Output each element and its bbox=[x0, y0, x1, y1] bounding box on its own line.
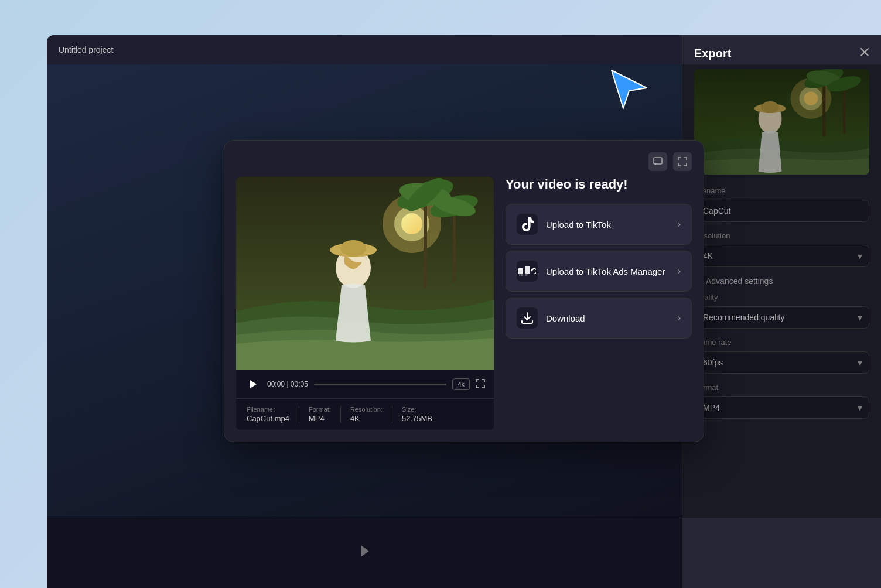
size-value: 52.75MB bbox=[402, 414, 432, 423]
center-area: 00:00 | 00:05 4k bbox=[47, 64, 881, 588]
time-display: 00:00 | 00:05 bbox=[267, 380, 308, 388]
tiktok-ads-arrow-icon: › bbox=[678, 266, 681, 276]
size-label: Size: bbox=[402, 406, 432, 413]
timeline-area bbox=[47, 518, 682, 588]
dialog-overlay: 00:00 | 00:05 4k bbox=[47, 64, 881, 518]
format-label: Format: bbox=[309, 406, 331, 413]
filename-value: CapCut.mp4 bbox=[247, 414, 289, 423]
app-window: Untitled project ⬆ Export ? 🐱 bbox=[47, 35, 881, 588]
file-info-format: Format: MP4 bbox=[299, 406, 341, 423]
tiktok-upload-item[interactable]: Upload to TikTok › bbox=[506, 204, 692, 245]
project-title: Untitled project bbox=[59, 45, 113, 54]
svg-rect-20 bbox=[236, 177, 494, 370]
svg-text:TikTok: TikTok bbox=[518, 273, 529, 276]
dialog-top-actions bbox=[236, 152, 692, 171]
video-controls: 00:00 | 00:05 4k bbox=[236, 370, 494, 398]
timeline-play-button[interactable] bbox=[356, 543, 373, 563]
tiktok-icon bbox=[517, 214, 538, 235]
main-content: 00:00 | 00:05 4k bbox=[47, 64, 881, 588]
current-time: 00:00 bbox=[267, 380, 285, 388]
export-complete-dialog: 00:00 | 00:05 4k bbox=[224, 140, 704, 442]
dialog-body: 00:00 | 00:05 4k bbox=[236, 177, 692, 430]
tiktok-ads-label: Upload to TikTok Ads Manager bbox=[546, 266, 665, 276]
tiktok-ads-item[interactable]: TikTok Upload to TikTok Ads Manager › bbox=[506, 251, 692, 292]
dialog-right: Your video is ready! bbox=[506, 177, 692, 430]
file-info-bar: Filename: CapCut.mp4 Format: MP4 Resolut… bbox=[236, 398, 494, 430]
fullscreen-video-button[interactable] bbox=[476, 379, 485, 390]
fullscreen-video-icon bbox=[476, 379, 485, 388]
tiktok-ads-icon: TikTok bbox=[517, 261, 538, 282]
filename-label: Filename: bbox=[247, 406, 289, 413]
export-panel-title: Export bbox=[694, 47, 731, 60]
video-thumbnail bbox=[236, 177, 494, 370]
total-time: 00:05 bbox=[291, 380, 308, 388]
tiktok-upload-left: Upload to TikTok bbox=[517, 214, 611, 235]
fullscreen-icon bbox=[678, 157, 687, 166]
format-value: MP4 bbox=[309, 414, 331, 423]
resolution-label: Resolution: bbox=[350, 406, 383, 413]
file-info-filename: Filename: CapCut.mp4 bbox=[247, 406, 299, 423]
close-export-panel-button[interactable] bbox=[860, 47, 869, 60]
download-icon bbox=[517, 307, 538, 329]
tiktok-arrow-icon: › bbox=[678, 219, 681, 230]
close-icon bbox=[860, 47, 869, 57]
download-item[interactable]: Download › bbox=[506, 298, 692, 339]
quality-badge: 4k bbox=[452, 378, 470, 390]
download-label: Download bbox=[546, 313, 585, 323]
timeline-play-icon bbox=[356, 543, 373, 559]
play-icon bbox=[249, 380, 257, 389]
fullscreen-dialog-button[interactable] bbox=[673, 152, 692, 171]
tiktok-label: Upload to TikTok bbox=[546, 220, 611, 230]
tiktok-ads-left: TikTok Upload to TikTok Ads Manager bbox=[517, 261, 665, 282]
download-arrow-icon: › bbox=[678, 313, 681, 323]
comment-button[interactable] bbox=[648, 152, 667, 171]
file-info-size: Size: 52.75MB bbox=[392, 406, 442, 423]
dialog-inner: 00:00 | 00:05 4k bbox=[224, 141, 704, 442]
svg-rect-5 bbox=[654, 158, 662, 164]
resolution-value: 4K bbox=[350, 414, 383, 423]
progress-bar[interactable] bbox=[314, 384, 447, 385]
ready-title: Your video is ready! bbox=[506, 177, 692, 192]
file-info-resolution: Resolution: 4K bbox=[341, 406, 392, 423]
video-preview: 00:00 | 00:05 4k bbox=[236, 177, 494, 430]
play-button[interactable] bbox=[245, 376, 261, 392]
download-left: Download bbox=[517, 307, 585, 329]
comment-icon bbox=[653, 157, 663, 166]
video-scene-svg bbox=[236, 177, 494, 370]
